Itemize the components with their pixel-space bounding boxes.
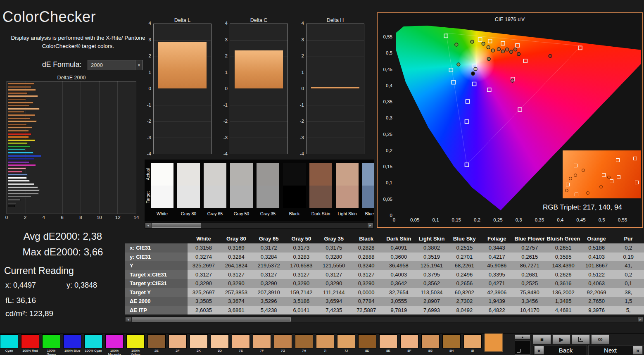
palette-tile[interactable]: [442, 334, 461, 348]
palette-tile[interactable]: [105, 334, 124, 348]
target-pattern-button[interactable]: [572, 334, 590, 344]
palette-tile[interactable]: [379, 334, 397, 348]
loop-button[interactable]: ∞: [591, 334, 609, 344]
palette-label: 8E: [379, 349, 397, 353]
palette-swatch-100-red[interactable]: 100% Red: [21, 334, 39, 353]
palette-swatch-7e[interactable]: 7E: [232, 334, 250, 353]
strip-swatch-blue-sky: Blue Sky: [362, 163, 374, 216]
palette-tile[interactable]: [463, 334, 482, 348]
table-cell: 2,7650: [580, 297, 613, 306]
palette-tile[interactable]: [0, 334, 18, 348]
table-cell: 10,4170: [513, 306, 547, 315]
palette-swatch-2k[interactable]: 2K: [190, 334, 208, 353]
scroll-left-icon[interactable]: ◄: [125, 317, 131, 322]
palette-tile[interactable]: [421, 334, 440, 348]
palette-swatch-8d[interactable]: 8D: [358, 334, 376, 353]
swatch-strip-scrollbar[interactable]: ◄ ►: [145, 222, 374, 229]
palette-tile[interactable]: [21, 334, 39, 348]
pattern-window-button[interactable]: [515, 341, 530, 355]
table-body: x: CIE310,31580,31690,31720,31730,31750,…: [125, 243, 644, 314]
scrollbar-track[interactable]: [131, 317, 637, 322]
scrollbar-thumb[interactable]: [132, 317, 291, 322]
palette-tile[interactable]: [126, 334, 145, 348]
scrollbar-thumb[interactable]: [152, 223, 201, 228]
palette-tile[interactable]: [147, 334, 166, 348]
next-button[interactable]: Next »: [588, 345, 644, 355]
palette-swatch-7j[interactable]: 7J: [337, 334, 355, 353]
palette-swatch-100-green[interactable]: 100% Green: [42, 334, 60, 355]
deltae-bar: [8, 152, 33, 154]
back-arrow-icon[interactable]: «: [534, 346, 544, 355]
palette-swatch-8f[interactable]: 8F: [400, 334, 418, 353]
palette-tile[interactable]: [190, 334, 208, 348]
palette-swatch-5d[interactable]: 5D: [211, 334, 229, 353]
palette-swatch-8h[interactable]: 8H: [442, 334, 461, 353]
palette-swatch-100-yellow[interactable]: 100% Yellow: [126, 334, 145, 355]
palette-swatch-100-cyan[interactable]: 100% Cyan: [84, 334, 102, 353]
de-formula-select[interactable]: 2000 ▼: [88, 60, 143, 70]
back-button[interactable]: « Back: [533, 345, 587, 355]
table-cell: 0,3175: [318, 243, 350, 253]
scroll-right-icon[interactable]: ►: [367, 223, 373, 228]
table-cell: 170,6583: [285, 261, 318, 270]
scroll-right-icon[interactable]: ►: [637, 317, 644, 322]
next-label: Next: [589, 347, 632, 354]
palette-swatch-8e[interactable]: 8E: [379, 334, 397, 353]
play-button[interactable]: ▶: [552, 334, 570, 344]
scroll-left-icon[interactable]: ◄: [145, 223, 151, 228]
palette-swatch-2e[interactable]: 2E: [147, 334, 166, 353]
palette-tile[interactable]: [358, 334, 376, 348]
deltae-bar: [8, 95, 38, 97]
palette-tile[interactable]: [485, 334, 503, 352]
palette-tile[interactable]: [337, 334, 355, 348]
delta-h-plot: [306, 24, 364, 154]
palette-tile[interactable]: [42, 334, 60, 348]
palette-swatch-8g[interactable]: 8G: [421, 334, 440, 353]
table-cell: 8,0492: [448, 306, 481, 315]
palette-swatch-7f[interactable]: 7F: [253, 334, 271, 353]
palette-tile[interactable]: [316, 334, 334, 348]
row-label: Target Y: [125, 288, 188, 297]
palette-swatch-8i[interactable]: 8I: [463, 334, 482, 353]
palette-swatch-100-blue[interactable]: 100% Blue: [63, 334, 81, 353]
inset-point-target: [574, 164, 577, 167]
table-cell: 36,4958: [383, 261, 415, 270]
palette-swatch-7h[interactable]: 7H: [295, 334, 313, 353]
tick-label: 0,25: [493, 217, 502, 222]
gridline: [154, 105, 211, 105]
tick-label: 0,5: [378, 50, 392, 55]
column-header: Gray 65: [252, 234, 285, 243]
gridline: [307, 40, 364, 41]
measurement-table: WhiteGray 80Gray 65Gray 50Gray 35BlackDa…: [125, 234, 644, 316]
palette-tile[interactable]: [400, 334, 418, 348]
palette-swatch-2f[interactable]: 2F: [169, 334, 187, 353]
target-swatch: [177, 186, 200, 208]
chevron-up-icon[interactable]: ▲: [515, 334, 530, 339]
target-row-label: Target: [145, 185, 150, 209]
stop-button[interactable]: ■: [533, 334, 551, 344]
palette-swatch-7i[interactable]: 7I: [316, 334, 334, 353]
palette-swatch-cyan[interactable]: Cyan: [0, 334, 18, 353]
palette-tile[interactable]: [253, 334, 271, 348]
palette-label: 7E: [232, 349, 250, 353]
table-cell: 0,3616: [547, 279, 580, 288]
palette-tile[interactable]: [84, 334, 102, 348]
palette-tile[interactable]: [274, 334, 292, 348]
palette-tile[interactable]: [169, 334, 187, 348]
palette-swatch-100-magenta[interactable]: 100% Magenta: [105, 334, 124, 355]
tick-label: 3: [140, 37, 151, 42]
palette-tile[interactable]: [63, 334, 81, 348]
next-arrow-icon[interactable]: »: [633, 346, 643, 355]
palette-tile[interactable]: [211, 334, 229, 348]
palette-swatch-8j[interactable]: 8J: [485, 334, 503, 352]
palette-swatch-7g[interactable]: 7G: [274, 334, 292, 353]
table-scrollbar[interactable]: ◄ ►: [125, 317, 644, 322]
tick-label: -1: [140, 102, 151, 107]
scrollbar-track[interactable]: [151, 223, 367, 228]
deltae-bar: [8, 171, 22, 173]
swatch-label: Gray 50: [230, 211, 253, 216]
current-y: y: 0,3848: [67, 281, 97, 290]
tick-label: -3: [140, 135, 151, 140]
palette-tile[interactable]: [232, 334, 250, 348]
palette-tile[interactable]: [295, 334, 313, 348]
